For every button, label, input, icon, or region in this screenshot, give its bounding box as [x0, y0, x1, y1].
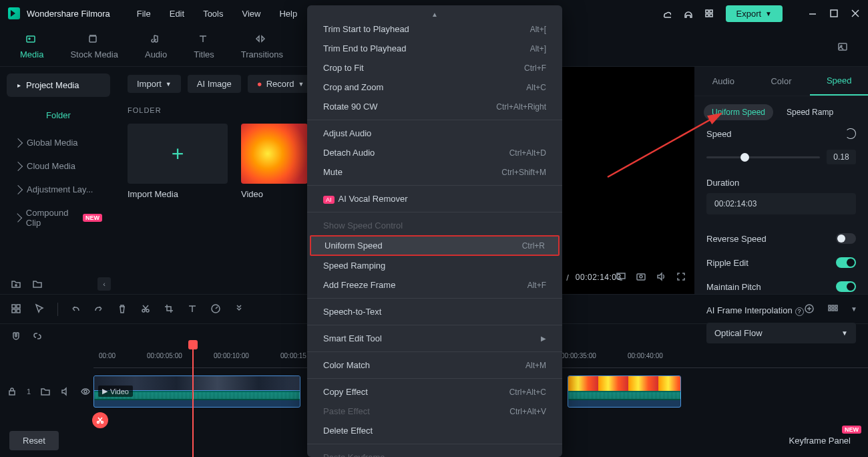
import-button[interactable]: Import▼ [128, 75, 181, 93]
timeline-clip-2[interactable] [568, 375, 681, 408]
ai-image-button[interactable]: AI Image [188, 75, 241, 93]
ctx-rotate-90[interactable]: Rotate 90 CWCtrl+Alt+Right [307, 97, 562, 116]
sidebar-adjustment-layer[interactable]: Adjustment Lay... [7, 178, 110, 201]
track-visibility-icon[interactable] [80, 386, 91, 397]
playhead[interactable] [192, 348, 194, 457]
ctx-trim-start[interactable]: Trim Start to PlayheadAlt+[ [307, 19, 562, 39]
ctx-crop-zoom[interactable]: Crop and ZoomAlt+C [307, 78, 562, 97]
sidebar-global-media[interactable]: Global Media [7, 131, 110, 154]
ctx-smart-edit-tool[interactable]: Smart Edit Tool▶ [307, 329, 562, 348]
ripple-edit-toggle[interactable] [836, 257, 856, 268]
close-icon[interactable] [851, 9, 860, 18]
tab-audio[interactable]: Audio [145, 33, 167, 59]
svg-rect-22 [17, 305, 20, 308]
reverse-speed-label: Reverse Speed [706, 234, 767, 244]
snapshot-icon[interactable] [636, 271, 646, 282]
right-tab-speed[interactable]: Speed [810, 67, 868, 96]
right-tab-audio[interactable]: Audio [694, 67, 752, 96]
pill-speed-ramp[interactable]: Speed Ramp [779, 104, 841, 120]
tl-view-icon[interactable] [827, 303, 839, 315]
track-folder-icon[interactable] [40, 386, 51, 397]
sidebar-compound-clip[interactable]: Compound ClipNEW [7, 201, 110, 235]
info-icon[interactable]: ? [795, 307, 804, 316]
speed-slider[interactable] [706, 156, 820, 158]
ctx-add-freeze-frame[interactable]: Add Freeze FrameAlt+F [307, 275, 562, 295]
tl-redo-icon[interactable] [93, 303, 105, 315]
tab-media[interactable]: Media [20, 33, 43, 59]
tl-link-icon[interactable] [32, 331, 43, 341]
record-button[interactable]: ●Record▼ [248, 75, 314, 93]
ctx-paste-effect: Paste EffectCtrl+Alt+V [307, 402, 562, 421]
duration-label: Duration [706, 178, 856, 188]
keyframe-panel-button[interactable]: NEW Keyframe Panel [781, 431, 859, 450]
menu-scroll-up-icon[interactable]: ▲ [307, 9, 562, 19]
ctx-speech-to-text[interactable]: Speech-to-Text [307, 302, 562, 321]
cloud-icon[interactable] [662, 9, 671, 18]
maximize-icon[interactable] [829, 9, 839, 18]
ctx-color-match[interactable]: Color MatchAlt+M [307, 355, 562, 375]
apps-icon[interactable] [704, 9, 714, 18]
ctx-detach-audio[interactable]: Detach AudioCtrl+Alt+D [307, 143, 562, 162]
ctx-trim-end[interactable]: Trim End to PlayheadAlt+] [307, 39, 562, 58]
tl-cursor-icon[interactable] [34, 303, 45, 315]
tl-add-marker-icon[interactable] [804, 303, 815, 315]
ai-interpolation-label: AI Frame Interpolation? [706, 305, 804, 316]
svg-rect-34 [829, 309, 831, 311]
tl-crop-icon[interactable] [164, 303, 175, 315]
ctx-speed-ramping[interactable]: Speed Ramping [307, 256, 562, 275]
tab-titles[interactable]: Titles [194, 33, 214, 59]
maintain-pitch-toggle[interactable] [836, 281, 856, 292]
svg-rect-5 [831, 10, 837, 17]
tl-text-icon[interactable] [187, 303, 198, 315]
tl-speed-icon[interactable] [210, 303, 222, 315]
minimize-icon[interactable] [808, 9, 817, 18]
project-media-button[interactable]: ▸Project Media [7, 73, 110, 97]
ctx-delete-effect[interactable]: Delete Effect [307, 421, 562, 440]
duration-value[interactable]: 00:02:14:03 [706, 193, 856, 214]
tab-stock-media[interactable]: Stock Media [70, 33, 118, 59]
scissors-playhead-icon[interactable] [92, 412, 108, 428]
ctx-mute[interactable]: MuteCtrl+Shift+M [307, 162, 562, 182]
tl-delete-icon[interactable] [117, 303, 128, 315]
folder-plus-icon[interactable] [11, 279, 21, 289]
fullscreen-icon[interactable] [676, 271, 686, 282]
tab-transitions[interactable]: Transitions [241, 33, 283, 59]
menu-file[interactable]: File [137, 9, 151, 19]
video-thumbnail[interactable] [241, 124, 308, 184]
sidebar-cloud-media[interactable]: Cloud Media [7, 154, 110, 178]
tl-cut-icon[interactable] [140, 303, 152, 315]
menu-view[interactable]: View [242, 9, 260, 19]
track-lock-icon[interactable] [7, 386, 17, 397]
folder-tab[interactable]: Folder [7, 105, 110, 126]
image-icon[interactable] [837, 41, 848, 52]
timeline-clip-1[interactable]: ▶ Video [93, 375, 300, 408]
tl-grid-icon[interactable] [11, 303, 22, 315]
reset-button[interactable]: Reset [9, 431, 59, 450]
ctx-uniform-speed[interactable]: Uniform SpeedCtrl+R [310, 235, 560, 256]
ctx-crop-fit[interactable]: Crop to FitCtrl+F [307, 58, 562, 78]
ctx-copy-effect[interactable]: Copy EffectCtrl+Alt+C [307, 382, 562, 402]
speed-value[interactable]: 0.18 [827, 150, 856, 164]
svg-rect-3 [710, 14, 712, 17]
menu-edit[interactable]: Edit [170, 9, 184, 19]
export-button[interactable]: Export▼ [726, 5, 783, 22]
ctx-ai-vocal-remover[interactable]: AIAI Vocal Remover [307, 189, 562, 208]
folder-icon[interactable] [32, 279, 43, 289]
ctx-show-speed-control: Show Speed Control [307, 216, 562, 235]
menu-tools[interactable]: Tools [203, 9, 223, 19]
right-tab-color[interactable]: Color [752, 67, 811, 96]
track-mute-icon[interactable] [60, 386, 71, 397]
tl-magnet-icon[interactable] [11, 331, 21, 341]
tl-undo-icon[interactable] [70, 303, 81, 315]
reset-speed-icon[interactable] [845, 128, 856, 139]
ctx-adjust-audio[interactable]: Adjust Audio [307, 124, 562, 143]
volume-icon[interactable] [656, 271, 666, 282]
headphones-icon[interactable] [683, 9, 692, 18]
pill-uniform-speed[interactable]: Uniform Speed [704, 104, 773, 120]
reverse-speed-toggle[interactable] [836, 233, 856, 244]
collapse-button[interactable]: ‹ [97, 277, 111, 291]
monitor-icon[interactable] [616, 271, 626, 282]
tl-more-icon[interactable] [234, 303, 245, 315]
menu-help[interactable]: Help [279, 9, 297, 19]
import-media-tile[interactable]: + [128, 124, 228, 184]
